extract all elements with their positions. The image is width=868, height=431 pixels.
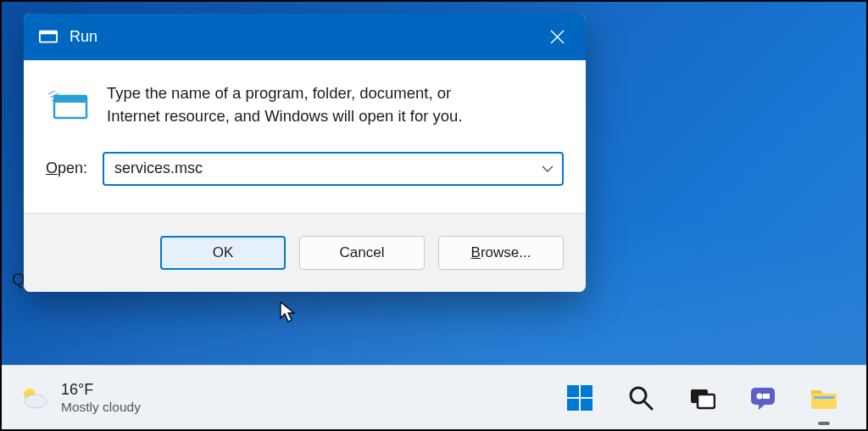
start-button[interactable] [561, 379, 598, 417]
file-explorer-button[interactable] [805, 379, 843, 417]
weather-temperature: 16°F [61, 380, 141, 400]
search-button[interactable] [622, 379, 659, 417]
task-view-button[interactable] [683, 379, 721, 417]
svg-point-5 [25, 395, 47, 408]
chat-icon [748, 383, 777, 412]
svg-rect-3 [54, 96, 86, 103]
browse-button[interactable]: Browse... [438, 236, 564, 270]
weather-text: 16°F Mostly cloudy [61, 380, 141, 416]
run-dialog: Run Type the name of a program, folder, … [24, 14, 586, 292]
svg-rect-6 [567, 385, 579, 397]
svg-rect-9 [581, 399, 593, 411]
active-app-indicator [818, 422, 830, 425]
svg-rect-8 [567, 399, 579, 411]
weather-condition: Mostly cloudy [61, 399, 141, 415]
dialog-description: Type the name of a program, folder, docu… [107, 82, 463, 128]
folder-icon [809, 384, 839, 411]
chat-button[interactable] [744, 379, 782, 417]
weather-widget[interactable]: 16°F Mostly cloudy [19, 380, 141, 416]
run-titlebar-icon [39, 30, 58, 45]
button-bar: OK Cancel Browse... [24, 213, 586, 292]
open-combobox[interactable] [103, 152, 564, 186]
task-view-icon [688, 384, 715, 411]
svg-point-15 [757, 393, 763, 399]
open-label: Open: [46, 160, 87, 177]
cancel-button[interactable]: Cancel [299, 236, 425, 270]
svg-rect-13 [698, 395, 715, 408]
search-icon [627, 384, 654, 411]
svg-rect-1 [40, 31, 57, 35]
svg-line-11 [644, 401, 652, 409]
open-input[interactable] [103, 152, 564, 186]
weather-icon [19, 383, 49, 413]
close-icon [550, 30, 565, 44]
taskbar[interactable]: 16°F Mostly cloudy [2, 365, 866, 429]
ok-button[interactable]: OK [160, 236, 286, 270]
svg-rect-16 [814, 396, 834, 399]
close-button[interactable] [535, 18, 579, 57]
run-dialog-icon [46, 84, 88, 121]
titlebar[interactable]: Run [24, 14, 586, 60]
windows-logo-icon [565, 383, 594, 412]
dialog-title: Run [70, 28, 97, 46]
svg-rect-7 [581, 385, 593, 397]
